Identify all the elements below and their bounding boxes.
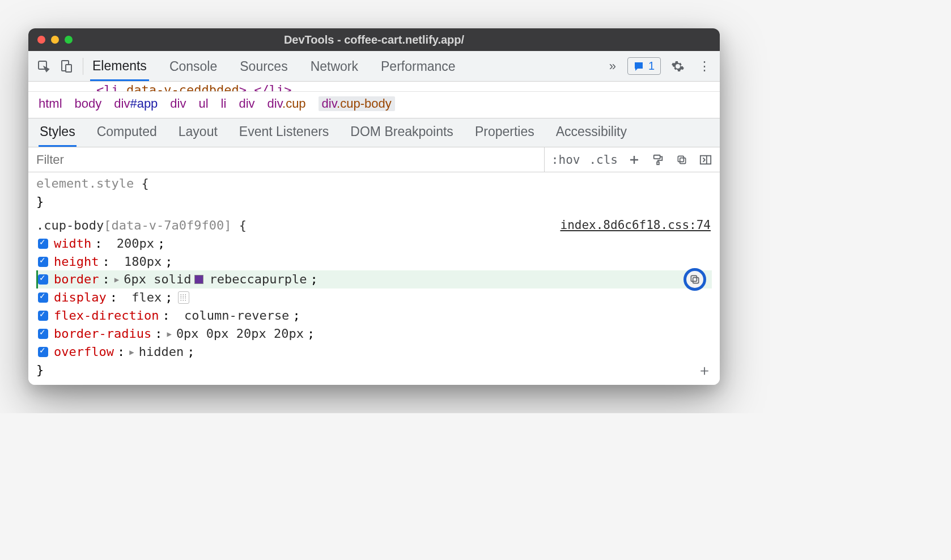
maximize-window-button[interactable] (65, 36, 73, 44)
tab-elements[interactable]: Elements (90, 52, 149, 81)
rule-close: } (36, 361, 712, 379)
window-title: DevTools - coffee-cart.netlify.app/ (28, 33, 720, 46)
toggle-overflow[interactable] (38, 347, 48, 357)
dom-tree-snippet[interactable]: <li data-v-ceddbded>…</li> (28, 82, 720, 92)
more-tabs-icon[interactable]: » (605, 59, 621, 74)
toolbar-right: » 1 ⋮ (605, 57, 714, 75)
rule-close: } (36, 193, 712, 211)
cls-toggle[interactable]: .cls (589, 153, 618, 167)
crumb-div-app[interactable]: div#app (114, 96, 158, 111)
flex-editor-icon[interactable]: ⦙⦙⦙ (178, 291, 189, 304)
svg-rect-2 (66, 65, 71, 72)
panel-tabs: Elements Console Sources Network Perform… (90, 52, 458, 81)
svg-rect-4 (657, 162, 659, 164)
decl-overflow[interactable]: overflow: ▶ hidden; (36, 343, 712, 361)
main-toolbar: Elements Console Sources Network Perform… (28, 51, 720, 82)
breadcrumb: html body div#app div ul li div div.cup … (28, 92, 720, 118)
more-options-icon[interactable]: ⋮ (695, 59, 714, 74)
issues-count: 1 (648, 60, 655, 73)
expand-icon[interactable]: ▶ (167, 328, 171, 340)
subtab-event-listeners[interactable]: Event Listeners (238, 118, 330, 147)
tab-network[interactable]: Network (308, 52, 360, 80)
tab-sources[interactable]: Sources (237, 52, 290, 80)
copy-styles-icon[interactable] (674, 152, 689, 167)
styles-pane: element.style { } index.8d6c6f18.css:74 … (28, 172, 720, 385)
crumb-html[interactable]: html (39, 96, 62, 111)
titlebar: DevTools - coffee-cart.netlify.app/ (28, 28, 720, 51)
minimize-window-button[interactable] (51, 36, 59, 44)
decl-display[interactable]: display: flex; ⦙⦙⦙ (36, 289, 712, 307)
styles-filter-input[interactable] (28, 152, 544, 167)
tab-performance[interactable]: Performance (379, 52, 458, 80)
close-window-button[interactable] (37, 36, 45, 44)
settings-icon[interactable] (668, 60, 688, 73)
subtab-properties[interactable]: Properties (474, 118, 536, 147)
svg-rect-8 (693, 278, 699, 283)
toggle-border-radius[interactable] (38, 329, 48, 339)
svg-rect-5 (680, 158, 686, 163)
inspect-element-icon[interactable] (34, 57, 53, 76)
subtab-accessibility[interactable]: Accessibility (555, 118, 628, 147)
crumb-div2[interactable]: div (239, 96, 254, 111)
toggle-display[interactable] (38, 292, 48, 303)
copy-declaration-button[interactable] (683, 268, 706, 291)
selector-element-style: element.style (36, 176, 134, 190)
toggle-height[interactable] (38, 257, 48, 267)
subtab-computed[interactable]: Computed (96, 118, 158, 147)
expand-icon[interactable]: ▶ (129, 346, 134, 358)
elements-subtabs: Styles Computed Layout Event Listeners D… (28, 118, 720, 147)
crumb-div-cup[interactable]: div.cup (268, 96, 306, 111)
svg-rect-6 (678, 156, 683, 162)
crumb-ul[interactable]: ul (198, 96, 208, 111)
decl-flex-direction[interactable]: flex-direction: column-reverse; (36, 307, 712, 325)
source-link[interactable]: index.8d6c6f18.css:74 (560, 217, 711, 234)
selector-main: .cup-body (36, 218, 104, 232)
add-declaration-icon[interactable]: ＋ (697, 360, 712, 381)
devtools-window: DevTools - coffee-cart.netlify.app/ Elem… (28, 28, 720, 385)
traffic-lights (37, 36, 73, 44)
svg-rect-9 (691, 276, 697, 282)
subtab-dom-breakpoints[interactable]: DOM Breakpoints (349, 118, 455, 147)
toggle-border[interactable] (38, 274, 48, 285)
decl-border-radius[interactable]: border-radius: ▶ 0px 0px 20px 20px; (36, 325, 712, 343)
decl-width[interactable]: width: 200px; (36, 235, 712, 253)
tab-console[interactable]: Console (167, 52, 219, 80)
expand-icon[interactable]: ▶ (114, 274, 119, 285)
hov-toggle[interactable]: :hov (551, 153, 580, 167)
new-style-rule-icon[interactable] (627, 152, 642, 167)
subtab-layout[interactable]: Layout (177, 118, 219, 147)
device-toolbar-icon[interactable] (57, 57, 76, 76)
rule-element-style[interactable]: element.style { } (28, 175, 720, 211)
crumb-body[interactable]: body (75, 96, 102, 111)
svg-rect-7 (700, 155, 711, 164)
computed-toggle-icon[interactable] (698, 152, 713, 167)
crumb-div[interactable]: div (170, 96, 186, 111)
crumb-li[interactable]: li (221, 96, 227, 111)
toggle-width[interactable] (38, 239, 48, 249)
color-swatch-icon[interactable] (194, 275, 203, 284)
rule-cup-body[interactable]: index.8d6c6f18.css:74 .cup-body[data-v-7… (28, 217, 720, 379)
selector-attr: [data-v-7a0f9f00] (104, 218, 231, 232)
svg-rect-3 (654, 155, 660, 158)
subtab-styles[interactable]: Styles (39, 118, 77, 147)
styles-filter-row: :hov .cls (28, 147, 720, 172)
toolbar-divider (83, 58, 83, 75)
crumb-div-cup-body[interactable]: div.cup-body (319, 96, 395, 111)
paint-icon[interactable] (651, 152, 665, 167)
issues-badge[interactable]: 1 (627, 57, 661, 75)
styles-tools: :hov .cls (544, 147, 720, 172)
toggle-flex-direction[interactable] (38, 311, 48, 321)
decl-height[interactable]: height: 180px; (36, 253, 712, 271)
decl-border[interactable]: border: ▶ 6px solid rebeccapurple; (36, 270, 712, 289)
